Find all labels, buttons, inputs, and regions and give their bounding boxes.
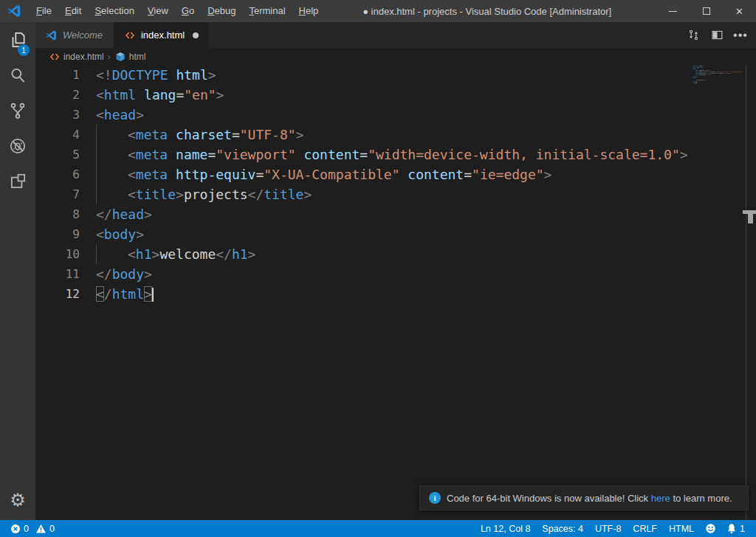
line-number[interactable]: 11 — [35, 264, 80, 284]
token: "ie=edge" — [724, 73, 730, 75]
breadcrumb-label: html — [129, 52, 146, 62]
sidebar-item-search[interactable] — [0, 58, 35, 93]
line-content[interactable]: </head> — [80, 204, 152, 224]
token: "X-UA-Compatible" — [264, 167, 399, 182]
line-content[interactable]: </html> — [80, 284, 154, 304]
minimize-button[interactable] — [656, 0, 690, 22]
settings-gear-icon[interactable]: ⚙ — [0, 480, 35, 520]
line-content[interactable]: <meta http-equiv="X-UA-Compatible" conte… — [80, 164, 551, 184]
token: > — [144, 266, 152, 282]
breadcrumb-item-index-html[interactable]: index.html — [49, 51, 104, 63]
indent-guide — [96, 125, 128, 145]
token: "viewport" — [216, 147, 295, 162]
activity-bar-spacer — [0, 199, 35, 480]
more-actions-button[interactable]: ••• — [731, 26, 750, 45]
split-editor-button[interactable] — [707, 26, 726, 45]
line-number[interactable]: 3 — [35, 105, 80, 125]
line-content[interactable]: <body> — [80, 224, 144, 244]
token: </ — [96, 266, 112, 282]
window-controls: ✕ — [656, 0, 756, 22]
sidebar-item-source-control[interactable] — [0, 93, 35, 128]
line-number[interactable]: 1 — [35, 65, 80, 85]
overview-ruler[interactable] — [746, 65, 756, 520]
menu-help[interactable]: Help — [292, 0, 326, 22]
line-content[interactable]: <h1>welcome</h1> — [80, 244, 255, 264]
line-content[interactable]: <title>projects</title> — [80, 184, 312, 204]
token: body — [112, 266, 144, 282]
title-bar: FileEditSelectionViewGoDebugTerminalHelp… — [0, 0, 756, 22]
menu-debug[interactable]: Debug — [201, 0, 242, 22]
sidebar-item-debug[interactable] — [0, 128, 35, 164]
token: > — [742, 72, 743, 73]
feedback-smiley-button[interactable] — [700, 523, 721, 534]
problems-status[interactable]: 0 0 — [7, 524, 58, 534]
token-bracket-match: < — [96, 286, 104, 302]
line-number[interactable]: 4 — [35, 125, 80, 145]
line-content[interactable]: <meta name="viewport" content="width=dev… — [80, 145, 688, 164]
notification-link[interactable]: here — [651, 493, 670, 504]
line-content[interactable]: <head> — [80, 105, 144, 125]
token: > — [136, 226, 144, 242]
token: </ — [248, 187, 264, 202]
token: h1 — [232, 246, 248, 262]
minimap[interactable]: 1<!DOCTYPE html>2<html lang="en">3<head>… — [691, 65, 746, 520]
line-content[interactable]: <!DOCTYPE html> — [80, 65, 216, 85]
maximize-icon — [703, 7, 710, 15]
close-button[interactable]: ✕ — [723, 0, 756, 22]
line-number[interactable]: 5 — [35, 145, 80, 164]
status-item-html[interactable]: HTML — [663, 524, 700, 534]
line-number[interactable]: 7 — [35, 184, 80, 204]
status-item-spaces-4[interactable]: Spaces: 4 — [536, 524, 589, 534]
code-line: 10<h1>welcome</h1> — [35, 244, 756, 264]
breadcrumb-item-html[interactable]: html — [114, 51, 146, 63]
token: > — [208, 67, 216, 83]
status-item-crlf[interactable]: CRLF — [627, 524, 663, 534]
line-number[interactable]: 2 — [35, 85, 80, 105]
line-number[interactable]: 12 — [35, 284, 80, 304]
token: html — [104, 87, 136, 103]
menu-bar: FileEditSelectionViewGoDebugTerminalHelp — [30, 0, 325, 22]
notifications-bell-button[interactable]: 1 — [721, 523, 750, 534]
tab-index-html[interactable]: index.html — [114, 22, 210, 48]
maximize-button[interactable] — [690, 0, 723, 22]
line-content[interactable]: </html> — [691, 82, 697, 83]
line-number[interactable]: 8 — [35, 204, 80, 224]
line-number[interactable]: 6 — [35, 164, 80, 184]
breadcrumb-separator-icon: › — [108, 52, 111, 62]
token: "ie=edge" — [472, 167, 544, 182]
status-item-ln-12-col-8[interactable]: Ln 12, Col 8 — [475, 524, 536, 534]
token: = — [207, 147, 216, 162]
menu-file[interactable]: File — [30, 0, 58, 22]
line-content[interactable]: <meta charset="UTF-8"> — [80, 125, 303, 145]
token: DOCTYPE — [112, 67, 168, 83]
token: h1 — [136, 246, 152, 262]
token: < — [128, 147, 136, 162]
token: projects — [700, 75, 705, 76]
sidebar-item-extensions[interactable] — [0, 164, 35, 199]
token: > — [136, 107, 144, 122]
token: = — [464, 167, 472, 182]
menu-terminal[interactable]: Terminal — [242, 0, 292, 22]
tab-welcome[interactable]: Welcome — [35, 22, 114, 48]
minimize-icon — [669, 11, 677, 12]
menu-view[interactable]: View — [141, 0, 175, 22]
line-content[interactable]: </body> — [80, 264, 152, 284]
menu-go[interactable]: Go — [175, 0, 201, 22]
token: < — [128, 127, 136, 142]
breadcrumb-label: index.html — [63, 52, 104, 62]
token: html — [112, 286, 144, 302]
token: </ — [96, 207, 112, 222]
sidebar-item-explorer[interactable]: 1 — [0, 22, 35, 58]
line-number[interactable]: 9 — [35, 224, 80, 244]
token: "en" — [184, 87, 216, 103]
tab-label: Welcome — [63, 30, 103, 41]
status-item-utf-8[interactable]: UTF-8 — [589, 524, 627, 534]
line-number[interactable]: 10 — [35, 244, 80, 264]
menu-selection[interactable]: Selection — [88, 0, 140, 22]
token: body — [104, 226, 136, 242]
menu-edit[interactable]: Edit — [58, 0, 88, 22]
line-content[interactable]: <html lang="en"> — [80, 85, 224, 105]
open-changes-button[interactable] — [684, 26, 703, 45]
code-area[interactable]: 1<!DOCTYPE html>2<html lang="en">3<head>… — [35, 65, 756, 304]
notification-message: Code for 64-bit Windows is now available… — [447, 493, 732, 504]
